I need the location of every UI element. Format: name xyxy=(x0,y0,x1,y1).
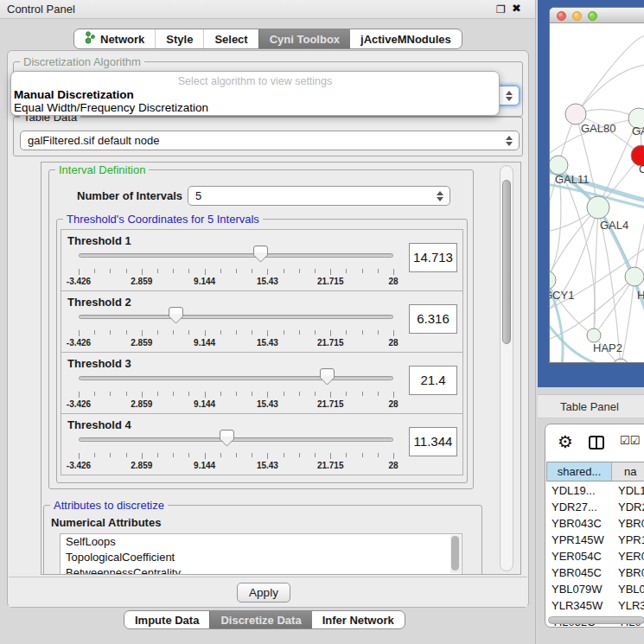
cell-shared-name[interactable]: YDL19... xyxy=(552,482,596,499)
threshold-slider[interactable]: -3.4262.8599.14415.4321.71528 xyxy=(79,302,393,352)
table-data-value: galFiltered.sif default node xyxy=(28,134,159,147)
attribute-item-topologicalcoefficient[interactable]: TopologicalCoefficient xyxy=(61,550,462,565)
network-node-gal4[interactable] xyxy=(587,196,609,219)
tab-style[interactable]: Style xyxy=(155,29,203,48)
tab-jactivemnodules[interactable]: jActiveMNodules xyxy=(350,29,462,48)
slider-handle[interactable] xyxy=(253,245,268,263)
table-row[interactable]: YBR045CYBR0 xyxy=(545,564,644,581)
traffic-light-zoom[interactable] xyxy=(588,11,597,21)
tick-mark xyxy=(393,453,394,459)
cell-name[interactable]: YDR2 xyxy=(618,499,644,515)
table-horizontal-scrollbar[interactable] xyxy=(548,616,644,624)
popup-item-equal-width-frequency[interactable]: Equal Width/Frequency Discretization xyxy=(14,101,208,114)
num-intervals-combo[interactable]: 5 xyxy=(188,186,450,206)
slider-ticks xyxy=(79,330,393,337)
close-panel-icon[interactable]: ✖ xyxy=(512,2,521,15)
network-node-gal11[interactable] xyxy=(550,156,568,175)
tick-mark xyxy=(362,392,363,396)
cell-name[interactable]: YDL1 xyxy=(618,482,644,499)
cell-name[interactable]: YBR0 xyxy=(618,564,644,581)
cell-shared-name[interactable]: YDR27... xyxy=(552,499,597,515)
network-canvas[interactable]: GAL80GACGAL11GAL4GCY1HHAP2 xyxy=(550,23,644,363)
tick-mark xyxy=(378,392,379,396)
tick-label: -3.426 xyxy=(67,277,91,286)
column-header-name[interactable]: na xyxy=(612,462,644,481)
attribute-item-selfloops[interactable]: SelfLoops xyxy=(61,534,462,550)
scrollbar-thumb[interactable] xyxy=(451,536,459,571)
cell-name[interactable]: YLR3 xyxy=(618,597,644,614)
cell-shared-name[interactable]: YBR045C xyxy=(552,564,602,581)
threshold-value-field[interactable]: 14.713 xyxy=(409,243,457,272)
slider-handle[interactable] xyxy=(320,368,335,386)
traffic-light-minimize[interactable] xyxy=(572,11,582,21)
tab-impute-data[interactable]: Impute Data xyxy=(124,611,209,628)
cell-name[interactable]: YBL0 xyxy=(618,581,644,597)
network-node-h[interactable] xyxy=(625,267,644,286)
threshold-slider[interactable]: -3.4262.8599.14415.4321.71528 xyxy=(79,240,393,290)
tab-network[interactable]: Network xyxy=(74,29,155,48)
slider-track[interactable] xyxy=(79,315,393,319)
tick-label: 28 xyxy=(388,399,398,409)
threshold-value-field[interactable]: 21.4 xyxy=(409,366,457,395)
tab-label: Infer Network xyxy=(322,614,394,627)
gear-icon[interactable]: ⚙ xyxy=(558,431,573,452)
tick-mark xyxy=(252,269,252,273)
slider-track[interactable] xyxy=(79,253,393,258)
attributes-list[interactable]: SelfLoopsTopologicalCoefficientBetweenne… xyxy=(60,533,462,575)
traffic-light-close[interactable] xyxy=(557,11,566,21)
table-row[interactable]: YDR27...YDR2 xyxy=(545,499,644,515)
columns-icon[interactable] xyxy=(589,436,604,450)
cell-shared-name[interactable]: YBL079W xyxy=(552,581,603,597)
tab-cyni-toolbox[interactable]: Cyni Toolbox xyxy=(258,29,350,48)
panel-vertical-scrollbar[interactable] xyxy=(500,165,513,571)
network-node-gcy1[interactable] xyxy=(550,271,556,290)
cell-shared-name[interactable]: YBR043C xyxy=(552,515,602,532)
tick-label: 9.144 xyxy=(194,338,215,348)
column-header-shared-name[interactable]: shared... xyxy=(546,462,612,481)
table-row[interactable]: YBL079WYBL0 xyxy=(545,581,644,597)
table-row[interactable]: YER054CYER0 xyxy=(545,548,644,564)
threshold-slider[interactable]: -3.4262.8599.14415.4321.71528 xyxy=(79,363,393,413)
table-row[interactable]: YLR345WYLR3 xyxy=(545,597,644,614)
cell-name[interactable]: YER0 xyxy=(618,548,644,564)
tab-discretize-data[interactable]: Discretize Data xyxy=(209,611,311,628)
slider-handle[interactable] xyxy=(220,430,234,447)
tab-select[interactable]: Select xyxy=(203,29,258,48)
tick-mark xyxy=(284,330,284,335)
float-window-icon[interactable]: ❐ xyxy=(496,3,506,16)
tick-label: 21.715 xyxy=(317,399,344,409)
tick-mark xyxy=(126,392,127,396)
network-window-titlebar[interactable] xyxy=(550,8,644,23)
node-label: GA xyxy=(632,124,644,137)
threshold-value-field[interactable]: 6.316 xyxy=(409,304,457,334)
cell-name[interactable]: YBR0 xyxy=(618,515,644,532)
attribute-item-betweennesscentrality[interactable]: BetweennessCentrality xyxy=(61,565,462,575)
threshold-value-field[interactable]: 11.344 xyxy=(409,427,457,456)
tick-mark xyxy=(346,392,347,396)
slider-handle[interactable] xyxy=(169,307,183,324)
tick-label: -3.426 xyxy=(67,399,91,409)
table-data-combo[interactable]: galFiltered.sif default node xyxy=(20,131,520,150)
cell-name[interactable]: YPR1 xyxy=(618,532,644,548)
table-row[interactable]: YDL19...YDL1 xyxy=(545,482,644,499)
node-label: GAL11 xyxy=(555,173,590,186)
tick-label: 15.43 xyxy=(257,399,278,409)
cell-shared-name[interactable]: YLR345W xyxy=(552,597,603,614)
popup-item-manual-discretization[interactable]: Manual Discretization xyxy=(14,88,134,101)
tab-infer-network[interactable]: Infer Network xyxy=(312,611,405,628)
cell-shared-name[interactable]: YPR145W xyxy=(552,532,604,548)
attributes-scrollbar[interactable] xyxy=(450,535,461,573)
apply-button[interactable]: Apply xyxy=(237,583,290,603)
network-node-hap2[interactable] xyxy=(587,328,601,342)
slider-track[interactable] xyxy=(79,437,393,442)
scrollbar-thumb[interactable] xyxy=(502,180,511,344)
cell-shared-name[interactable]: YER054C xyxy=(552,548,602,564)
threshold-slider[interactable]: -3.4262.8599.14415.4321.71528 xyxy=(79,424,393,475)
slider-track[interactable] xyxy=(79,376,393,380)
table-row[interactable]: YBR043CYBR0 xyxy=(545,515,644,532)
network-node[interactable] xyxy=(613,359,628,363)
table-row[interactable]: YPR145WYPR1 xyxy=(545,532,644,548)
tick-mark xyxy=(126,330,127,335)
select-columns-icon[interactable]: ☑☑ xyxy=(620,434,640,447)
tab-label: Select xyxy=(214,33,247,46)
